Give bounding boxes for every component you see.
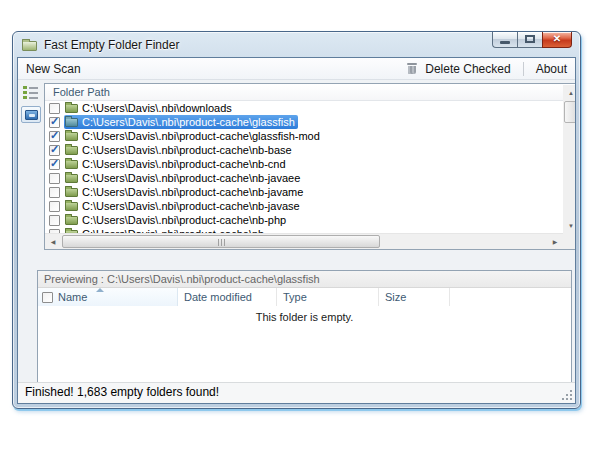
checklist-icon[interactable]	[23, 86, 39, 99]
caption-buttons: ✕	[492, 32, 572, 48]
folder-icon	[65, 216, 78, 225]
row-checkbox[interactable]	[49, 201, 60, 212]
trash-icon	[407, 63, 417, 74]
folder-list-body: C:\Users\Davis\.nbi\downloadsC:\Users\Da…	[45, 101, 563, 233]
main-area: Folder Path C:\Users\Davis\.nbi\download…	[18, 80, 575, 382]
app-icon[interactable]	[22, 41, 37, 51]
folder-icon	[65, 160, 78, 169]
folder-row[interactable]: C:\Users\Davis\.nbi\product-cache\nb-jav…	[45, 171, 563, 185]
row-checkbox[interactable]	[49, 103, 60, 114]
about-button[interactable]: About	[528, 59, 575, 79]
column-name-label: Name	[58, 291, 87, 303]
column-header-filler	[450, 288, 571, 306]
folder-icon	[65, 174, 78, 183]
folder-path-label: C:\Users\Davis\.nbi\product-cache\glassf…	[82, 130, 320, 142]
row-checkbox[interactable]	[49, 159, 60, 170]
scroll-right-button[interactable]: ▶	[547, 234, 563, 249]
drive-icon	[25, 110, 38, 120]
toolbar-right-group: Delete Checked About	[401, 59, 575, 79]
minimize-icon	[500, 41, 510, 44]
row-checkbox[interactable]	[49, 131, 60, 142]
folder-row[interactable]: C:\Users\Davis\.nbi\product-cache\glassf…	[45, 129, 563, 143]
scroll-grip-icon	[221, 239, 222, 246]
desktop: { "window": { "title": "Fast Empty Folde…	[0, 0, 600, 450]
folder-path-label: C:\Users\Davis\.nbi\product-cache\glassf…	[82, 116, 295, 128]
select-all-checkbox[interactable]	[42, 292, 53, 303]
folder-icon	[65, 202, 78, 211]
folder-path-label: C:\Users\Davis\.nbi\product-cache\nb-jav…	[82, 172, 300, 184]
folder-icon	[65, 118, 78, 127]
horizontal-scroll-thumb[interactable]	[62, 235, 380, 248]
preview-column-headers: Name Date modified Type Size	[38, 288, 571, 306]
folder-row[interactable]: C:\Users\Davis\.nbi\product-cache\glassf…	[45, 115, 563, 129]
folder-path-label: C:\Users\Davis\.nbi\product-cache\nb-bas…	[82, 144, 292, 156]
drives-button[interactable]	[21, 106, 41, 123]
horizontal-scrollbar[interactable]: ◀ ▶	[45, 233, 563, 249]
vertical-scroll-thumb[interactable]	[564, 101, 576, 123]
app-window: Fast Empty Folder Finder ✕ New Scan Dele…	[12, 31, 581, 409]
close-button[interactable]: ✕	[542, 32, 572, 48]
close-icon: ✕	[553, 33, 561, 44]
row-checkbox[interactable]	[49, 187, 60, 198]
client-area: New Scan Delete Checked About	[17, 57, 576, 404]
column-header-size[interactable]: Size	[379, 288, 450, 306]
maximize-button[interactable]	[517, 32, 542, 48]
title-bar[interactable]: Fast Empty Folder Finder ✕	[13, 32, 580, 57]
folder-row[interactable]: C:\Users\Davis\.nbi\product-cache\nb-cnd	[45, 157, 563, 171]
folder-row[interactable]: C:\Users\Davis\.nbi\product-cache\nb-php	[45, 213, 563, 227]
folder-row[interactable]: C:\Users\Davis\.nbi\product-cache\nb-jav…	[45, 199, 563, 213]
folder-icon	[65, 146, 78, 155]
scroll-down-button[interactable]: ▼	[563, 218, 576, 233]
empty-folder-message: This folder is empty.	[256, 311, 354, 323]
column-header-name[interactable]: Name	[38, 288, 178, 306]
row-checkbox[interactable]	[49, 215, 60, 226]
scrollbar-corner	[563, 233, 576, 249]
folder-icon	[65, 104, 78, 113]
folder-row[interactable]: C:\Users\Davis\.nbi\downloads	[45, 101, 563, 115]
minimize-button[interactable]	[492, 32, 517, 48]
preview-title: Previewing : C:\Users\Davis\.nbi\product…	[38, 271, 571, 288]
folder-path-label: C:\Users\Davis\.nbi\product-cache\nb-cnd	[82, 158, 286, 170]
row-checkbox[interactable]	[49, 117, 60, 128]
new-scan-button[interactable]: New Scan	[18, 59, 89, 79]
scroll-up-icon: ▲	[568, 90, 574, 96]
folder-icon	[65, 188, 78, 197]
preview-body: This folder is empty.	[38, 306, 571, 385]
folder-path-column-header[interactable]: Folder Path	[45, 84, 563, 101]
folder-row[interactable]: C:\Users\Davis\.nbi\product-cache\nb-jav…	[45, 185, 563, 199]
scroll-up-button[interactable]: ▲	[563, 85, 576, 100]
folder-list-panel: Folder Path C:\Users\Davis\.nbi\download…	[44, 83, 576, 250]
scroll-right-icon: ▶	[553, 238, 558, 245]
sort-ascending-icon	[96, 288, 104, 292]
folder-row[interactable]: C:\Users\Davis\.nbi\product-cache\nb-bas…	[45, 143, 563, 157]
vertical-scrollbar[interactable]: ▲ ▼	[563, 85, 576, 233]
scroll-down-icon: ▼	[568, 223, 574, 229]
column-header-date-modified[interactable]: Date modified	[178, 288, 277, 306]
scroll-left-icon: ◀	[51, 238, 56, 245]
resize-grip-icon[interactable]	[570, 398, 572, 400]
maximize-icon	[525, 35, 535, 43]
scroll-left-button[interactable]: ◀	[45, 234, 61, 249]
status-bar: Finished! 1,683 empty folders found!	[18, 382, 575, 403]
folder-icon	[65, 132, 78, 141]
delete-checked-button[interactable]: Delete Checked	[417, 59, 518, 79]
row-checkbox[interactable]	[49, 173, 60, 184]
column-header-type[interactable]: Type	[277, 288, 379, 306]
status-text: Finished! 1,683 empty folders found!	[25, 385, 219, 399]
row-checkbox[interactable]	[49, 145, 60, 156]
folder-path-label: C:\Users\Davis\.nbi\downloads	[82, 102, 232, 114]
toolbar-separator	[523, 62, 524, 76]
folder-path-label: C:\Users\Davis\.nbi\product-cache\nb-jav…	[82, 200, 300, 212]
folder-path-label: C:\Users\Davis\.nbi\product-cache\nb-jav…	[82, 186, 303, 198]
window-title: Fast Empty Folder Finder	[44, 38, 179, 52]
preview-panel: Previewing : C:\Users\Davis\.nbi\product…	[37, 270, 572, 387]
folder-path-label: C:\Users\Davis\.nbi\product-cache\nb-php	[82, 214, 286, 226]
toolbar: New Scan Delete Checked About	[18, 58, 575, 80]
